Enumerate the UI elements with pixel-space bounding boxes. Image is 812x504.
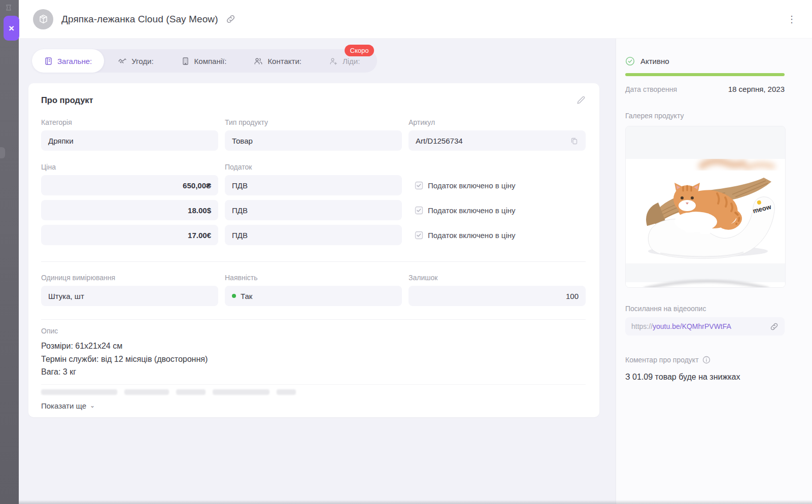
info-icon[interactable]	[702, 356, 710, 364]
price-field-usd[interactable]: 18.00$	[41, 200, 218, 220]
open-link-icon[interactable]	[770, 322, 779, 331]
card-title: Про продукт	[41, 95, 93, 105]
status-row: Активно	[625, 56, 784, 66]
tab-leads[interactable]: Ліди: Скоро	[315, 49, 377, 73]
comment-label: Коментар про продукт	[625, 356, 699, 364]
checkbox-checked-icon[interactable]	[415, 206, 423, 215]
video-link-field: https://youtu.be/KQMhrPVWtFA	[625, 317, 785, 335]
tax-field-eur[interactable]: ПДВ	[225, 225, 402, 245]
tax-field-uah[interactable]: ПДВ	[225, 175, 402, 195]
description-label: Опис	[41, 327, 586, 335]
category-label: Категорія	[41, 118, 218, 126]
tab-label: Ліди:	[343, 57, 360, 65]
description-line: Розміри: 61х21х24 см	[41, 340, 586, 353]
main-content: Загальне: Угоди: Компані	[19, 38, 616, 504]
created-row: Дата створення 18 серпня, 2023	[625, 85, 785, 93]
tab-label: Угоди:	[131, 57, 153, 65]
tab-label: Компанії:	[194, 57, 227, 65]
description-fade-divider	[41, 384, 586, 385]
product-type-label: Тип продукту	[225, 118, 402, 126]
handshake-icon	[118, 57, 127, 65]
created-value: 18 серпня, 2023	[728, 85, 785, 93]
soon-badge: Скоро	[345, 45, 375, 56]
created-label: Дата створення	[625, 85, 677, 93]
sku-field[interactable]: Art/D1256734	[409, 130, 586, 151]
modal-header: Дряпка-лежанка Cloud (Say Meow) ⋮	[19, 0, 812, 39]
tab-bar: Загальне: Угоди: Компані	[32, 49, 377, 73]
pin-icon	[3, 3, 14, 14]
stock-field[interactable]: 100	[409, 286, 586, 306]
more-actions-button[interactable]: ⋮	[785, 12, 799, 26]
price-field-eur[interactable]: 17.00€	[41, 225, 218, 245]
status-progress-bar	[625, 73, 785, 76]
close-button[interactable]: ×	[4, 16, 19, 41]
stock-label: Залишок	[409, 274, 586, 282]
comment-label-row: Коментар про продукт	[625, 356, 784, 364]
tax-included-label: Податок включено в ціну	[428, 231, 516, 240]
status-check-icon	[625, 56, 635, 66]
close-icon: ×	[9, 23, 14, 33]
video-url[interactable]: youtu.be/KQMhrPVWtFA	[653, 322, 731, 330]
description-line: Вага: 3 кг	[41, 365, 586, 379]
unit-label: Одиниця вимірювання	[41, 274, 218, 282]
checkbox-checked-icon[interactable]	[415, 231, 423, 240]
availability-label: Наявність	[225, 274, 402, 282]
tax-field-usd[interactable]: ПДВ	[225, 200, 402, 220]
tax-label: Податок	[225, 163, 402, 171]
price-label: Ціна	[41, 163, 218, 171]
checkbox-checked-icon[interactable]	[415, 181, 423, 190]
tab-general[interactable]: Загальне:	[32, 49, 104, 73]
page-title: Дряпка-лежанка Cloud (Say Meow)	[61, 14, 218, 25]
show-more-button[interactable]: Показати ще ⌄	[41, 401, 95, 410]
video-label: Посилання на відеоопис	[625, 305, 784, 313]
tax-included-row: Податок включено в ціну	[409, 225, 586, 245]
availability-field[interactable]: Так	[225, 286, 402, 306]
gallery-image[interactable]: meow	[625, 126, 786, 288]
document-list-icon	[44, 57, 53, 65]
section-divider	[41, 319, 586, 320]
tab-label: Контакти:	[267, 57, 301, 65]
product-type-field[interactable]: Товар	[225, 130, 402, 151]
category-field[interactable]: Дряпки	[41, 130, 218, 151]
right-sidebar: Активно Дата створення 18 серпня, 2023 Г…	[616, 38, 812, 504]
availability-dot	[232, 294, 236, 298]
package-cube-icon	[38, 14, 49, 24]
sku-label: Артикул	[409, 118, 586, 126]
kebab-icon: ⋮	[787, 14, 796, 25]
section-divider	[41, 261, 586, 262]
product-detail-page: × Дряпка-лежанка Cloud (Say Meow) ⋮	[0, 0, 812, 504]
product-card: Про продукт Категорія Тип продукту Артик…	[28, 83, 599, 417]
unit-field[interactable]: Штука, шт	[41, 286, 218, 306]
description-line: Термін служби: від 12 місяців (двосторон…	[41, 353, 586, 366]
tab-contacts[interactable]: Контакти:	[240, 49, 315, 73]
tax-included-label: Податок включено в ціну	[428, 206, 516, 215]
gallery-label: Галерея продукту	[625, 112, 784, 120]
building-icon	[181, 57, 190, 65]
comment-text: З 01.09 товар буде на знижках	[625, 373, 784, 382]
people-icon	[254, 57, 263, 65]
dimmed-background	[0, 0, 19, 504]
tax-included-row: Податок включено в ціну	[409, 200, 586, 220]
video-url-prefix: https://	[631, 322, 653, 330]
person-plus-icon	[329, 57, 338, 65]
status-badge: Активно	[640, 57, 669, 65]
tab-deals[interactable]: Угоди:	[104, 49, 167, 73]
tab-label: Загальне:	[57, 57, 92, 65]
price-field-uah[interactable]: 650,00₴	[41, 175, 218, 195]
permalink-icon[interactable]	[226, 14, 235, 24]
tax-included-label: Податок включено в ціну	[428, 181, 516, 190]
edit-pencil-icon[interactable]	[576, 95, 586, 105]
copy-icon[interactable]	[570, 137, 579, 145]
background-artifact	[0, 147, 5, 158]
chevron-down-icon: ⌄	[90, 402, 95, 409]
tab-companies[interactable]: Компанії:	[167, 49, 241, 73]
product-avatar	[33, 9, 53, 29]
description-truncated-line	[41, 389, 586, 395]
tax-included-row: Податок включено в ціну	[409, 175, 586, 195]
